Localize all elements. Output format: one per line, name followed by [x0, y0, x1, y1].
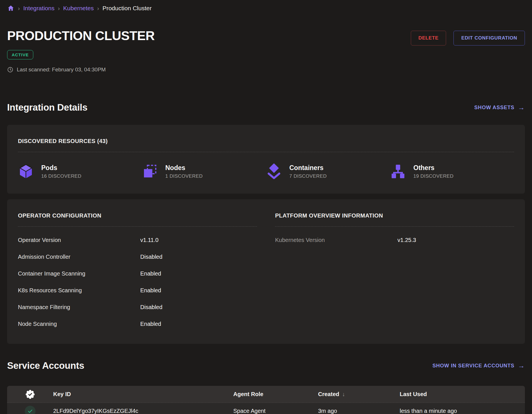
config-value: v1.25.3 — [397, 237, 514, 243]
resource-row: Pods 16 DISCOVERED Nodes 1 DISCOVERED — [18, 163, 514, 182]
config-row: Container Image Scanning Enabled — [18, 270, 257, 277]
containers-layers-icon — [266, 163, 282, 179]
arrow-right-icon: → — [518, 362, 525, 370]
table-row[interactable]: 2LFd9DelYgo37yIKGsEzZGEJl4c Space Agent … — [7, 403, 525, 414]
config-label: Kubernetes Version — [275, 237, 397, 243]
resource-name: Containers — [289, 164, 327, 172]
header-actions: DELETE EDIT CONFIGURATION — [411, 31, 525, 45]
column-header-last-used[interactable]: Last Used — [400, 391, 525, 398]
config-label: Node Scanning — [18, 321, 140, 327]
column-header-agent-role[interactable]: Agent Role — [233, 391, 318, 398]
last-scanned-text: Last scanned: February 03, 04:30PM — [17, 67, 106, 73]
active-check-icon — [25, 406, 36, 414]
config-row: Admission Controller Disabled — [18, 254, 257, 260]
home-icon[interactable] — [7, 5, 15, 12]
created-label: Created — [318, 391, 339, 398]
show-assets-link[interactable]: SHOW ASSETS → — [474, 104, 525, 111]
config-row: K8s Resources Scanning Enabled — [18, 287, 257, 294]
arrow-right-icon: → — [518, 104, 525, 111]
discovered-resources-title: DISCOVERED RESOURCES (43) — [18, 134, 514, 144]
config-label: Namespace Filtering — [18, 304, 140, 310]
operator-configuration-panel: OPERATOR CONFIGURATION Operator Version … — [18, 208, 257, 327]
config-value: v1.11.0 — [140, 237, 257, 243]
discovered-resources-card: DISCOVERED RESOURCES (43) Pods 16 DISCOV… — [7, 125, 525, 194]
platform-overview-panel: PLATFORM OVERVIEW INFORMATION Kubernetes… — [275, 208, 514, 327]
config-label: Operator Version — [18, 237, 140, 243]
breadcrumb: › Integrations › Kubernetes › Production… — [7, 0, 525, 12]
configuration-card: OPERATOR CONFIGURATION Operator Version … — [7, 199, 525, 344]
resource-containers: Containers 7 DISCOVERED — [266, 163, 390, 179]
cell-agent-role: Space Agent — [233, 408, 318, 414]
config-row: Operator Version v1.11.0 — [18, 237, 257, 243]
resource-count: 19 DISCOVERED — [413, 173, 453, 179]
integration-details-title: Integration Details — [7, 102, 87, 113]
others-hierarchy-icon — [390, 163, 406, 179]
config-row: Namespace Filtering Disabled — [18, 304, 257, 310]
config-value: Disabled — [140, 254, 257, 260]
config-row: Node Scanning Enabled — [18, 321, 257, 327]
delete-button[interactable]: DELETE — [411, 31, 446, 45]
resource-name: Others — [413, 164, 453, 172]
resource-count: 1 DISCOVERED — [165, 173, 203, 179]
cell-created: 3m ago — [318, 408, 400, 414]
config-value: Disabled — [140, 304, 257, 310]
resource-nodes: Nodes 1 DISCOVERED — [142, 163, 266, 179]
config-value: Enabled — [140, 321, 257, 327]
show-in-service-accounts-link[interactable]: SHOW IN SERVICE ACCOUNTS → — [432, 362, 525, 370]
table-header-row: Key ID Agent Role Created ↓ Last Used — [7, 386, 525, 403]
config-label: Container Image Scanning — [18, 270, 140, 277]
config-label: Admission Controller — [18, 254, 140, 260]
divider — [275, 226, 514, 227]
breadcrumb-current: Production Cluster — [102, 5, 152, 12]
cell-key-id: 2LFd9DelYgo37yIKGsEzZGEJl4c — [53, 408, 233, 414]
resource-name: Nodes — [165, 164, 203, 172]
edit-configuration-button[interactable]: EDIT CONFIGURATION — [453, 31, 525, 45]
config-value: Enabled — [140, 270, 257, 277]
clock-icon — [7, 67, 13, 73]
status-badge: ACTIVE — [7, 50, 33, 59]
config-label: K8s Resources Scanning — [18, 287, 140, 294]
divider — [18, 152, 514, 152]
pods-cube-icon — [18, 163, 34, 179]
config-row: Kubernetes Version v1.25.3 — [275, 237, 514, 243]
breadcrumb-separator: › — [97, 5, 99, 12]
integration-details-header: Integration Details SHOW ASSETS → — [7, 102, 525, 113]
platform-overview-title: PLATFORM OVERVIEW INFORMATION — [275, 208, 514, 219]
resource-name: Pods — [41, 164, 81, 172]
breadcrumb-separator: › — [58, 5, 60, 12]
sort-descending-icon: ↓ — [342, 391, 345, 398]
page: › Integrations › Kubernetes › Production… — [0, 0, 532, 414]
nodes-squares-icon — [142, 163, 158, 179]
service-accounts-header: Service Accounts SHOW IN SERVICE ACCOUNT… — [7, 360, 525, 371]
resource-count: 7 DISCOVERED — [289, 173, 327, 179]
page-header: PRODUCTION CLUSTER DELETE EDIT CONFIGURA… — [7, 28, 525, 45]
show-assets-label: SHOW ASSETS — [474, 105, 514, 111]
cell-last-used: less than a minute ago — [400, 408, 525, 414]
operator-configuration-title: OPERATOR CONFIGURATION — [18, 208, 257, 219]
service-accounts-title: Service Accounts — [7, 360, 84, 371]
divider — [18, 226, 257, 227]
resource-others: Others 19 DISCOVERED — [390, 163, 514, 179]
breadcrumb-kubernetes[interactable]: Kubernetes — [63, 5, 94, 12]
column-header-key-id[interactable]: Key ID — [53, 391, 233, 398]
page-title: PRODUCTION CLUSTER — [7, 28, 155, 43]
last-scanned: Last scanned: February 03, 04:30PM — [7, 67, 525, 73]
column-header-created[interactable]: Created ↓ — [318, 391, 400, 398]
breadcrumb-separator: › — [18, 5, 20, 12]
resource-pods: Pods 16 DISCOVERED — [18, 163, 142, 179]
breadcrumb-integrations[interactable]: Integrations — [23, 5, 55, 12]
config-value: Enabled — [140, 287, 257, 294]
resource-count: 16 DISCOVERED — [41, 173, 81, 179]
show-in-service-accounts-label: SHOW IN SERVICE ACCOUNTS — [432, 363, 514, 369]
verified-badge-icon — [7, 390, 53, 399]
service-accounts-table: Key ID Agent Role Created ↓ Last Used 2L… — [7, 386, 525, 414]
